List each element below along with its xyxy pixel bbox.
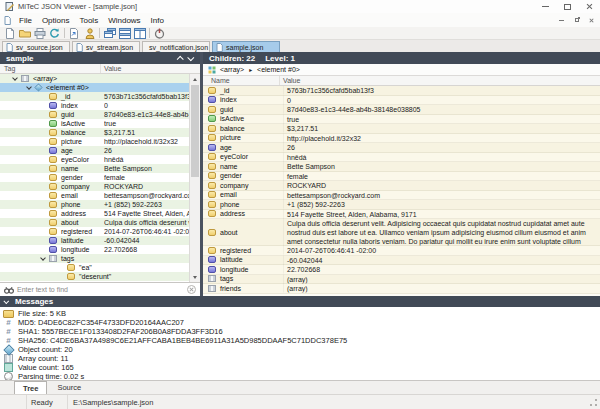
refresh-button[interactable] [47, 27, 62, 39]
tree-row[interactable]: "ea" [0, 263, 189, 272]
tree-row[interactable]: email bettesampson@rockyard.com [0, 191, 189, 200]
value-column-header[interactable]: Value [283, 77, 300, 84]
expander-icon[interactable] [10, 74, 21, 83]
expander-icon[interactable] [38, 236, 49, 245]
expand-all-button[interactable] [187, 54, 194, 61]
menu-item[interactable]: File [14, 16, 37, 25]
property-row[interactable]: index 0 [203, 96, 600, 106]
tree-row[interactable]: isActive true [0, 119, 189, 128]
expander-icon[interactable] [38, 146, 49, 155]
property-row[interactable]: eyeColor hnědá [203, 153, 600, 163]
property-row[interactable]: name Bette Sampson [203, 162, 600, 172]
tree-row[interactable]: registered 2014-07-26T06:46:41 -02:00 [0, 227, 189, 236]
tree-row[interactable]: _id 5763b71c356cfafd5bab13f3 [0, 92, 189, 101]
property-row[interactable]: latitude -60.042044 [203, 256, 600, 266]
expander-icon[interactable] [38, 191, 49, 200]
breadcrumb-current[interactable]: <element #0> [257, 66, 300, 73]
maximize-button[interactable] [561, 2, 573, 12]
value-column-header[interactable]: Value [104, 65, 121, 72]
mdi-minimize-button[interactable] [557, 16, 566, 24]
tag-column-header[interactable]: Tag [4, 65, 15, 72]
tree-row[interactable]: eyeColor hnědá [0, 155, 189, 164]
tree-row[interactable]: index 0 [0, 101, 189, 110]
validate-document-button[interactable] [67, 27, 82, 39]
menu-item[interactable]: Info [146, 16, 169, 25]
column-divider[interactable] [100, 64, 101, 73]
name-column-header[interactable]: Name [211, 77, 230, 84]
user-button[interactable] [82, 27, 97, 39]
property-row[interactable]: _id 5763b71c356cfafd5bab13f3 [203, 86, 600, 96]
property-row[interactable]: isActive true [203, 115, 600, 125]
document-tab[interactable]: sv_notification.json [142, 41, 210, 52]
exit-button[interactable] [152, 27, 167, 39]
messages-header[interactable]: Messages [0, 296, 600, 307]
property-row[interactable]: email bettesampson@rockyard.com [203, 191, 600, 201]
expander-icon[interactable] [38, 92, 49, 101]
property-row[interactable]: friends (array) [203, 284, 600, 294]
expander-icon[interactable] [38, 209, 49, 218]
tree-row[interactable]: <array> [0, 74, 189, 83]
tree-row[interactable]: "deserunt" [0, 272, 189, 281]
document-tab[interactable]: sv_source.json [2, 41, 70, 52]
property-row[interactable]: tags (array) [203, 275, 600, 285]
expander-icon[interactable] [38, 110, 49, 119]
expander-icon[interactable] [38, 155, 49, 164]
print-button[interactable] [32, 27, 47, 39]
document-tab[interactable]: sv_stream.json [72, 41, 140, 52]
tree-row[interactable]: phone +1 (852) 592-2263 [0, 200, 189, 209]
expander-icon[interactable] [56, 263, 67, 272]
property-row[interactable]: phone +1 (852) 592-2263 [203, 200, 600, 210]
property-row[interactable]: longitude 22.702668 [203, 265, 600, 275]
menu-item[interactable]: Windows [103, 16, 145, 25]
tree-row[interactable]: gender female [0, 173, 189, 182]
menu-item[interactable]: Tools [74, 16, 103, 25]
document-tab[interactable]: sample.json [212, 41, 280, 52]
property-row[interactable]: gender female [203, 172, 600, 182]
find-input[interactable] [17, 284, 184, 296]
minimize-button[interactable] [539, 2, 551, 12]
resize-grip[interactable] [589, 398, 598, 407]
tree-scrollbar[interactable] [189, 74, 200, 282]
expander-icon[interactable] [38, 218, 49, 227]
tree-row[interactable]: balance $3,217.51 [0, 128, 189, 137]
property-row[interactable]: picture http://placehold.it/32x32 [203, 134, 600, 144]
scroll-thumb[interactable] [191, 85, 199, 177]
expander-icon[interactable] [38, 173, 49, 182]
tree-row[interactable]: age 26 [0, 146, 189, 155]
new-file-button[interactable] [2, 27, 17, 39]
tree-row[interactable]: longitude 22.702668 [0, 245, 189, 254]
tree-row[interactable]: latitude -60.042044 [0, 236, 189, 245]
tree-row[interactable]: tags [0, 254, 189, 263]
view-tab[interactable]: Tree [14, 381, 47, 394]
property-row[interactable]: guid 87d40e83-e1c3-44e8-ab4b-38148e03880… [203, 105, 600, 115]
expander-icon[interactable] [38, 164, 49, 173]
cascade-windows-button[interactable] [102, 27, 117, 39]
property-row[interactable]: registered 2014-07-26T06:46:41 -02:00 [203, 246, 600, 256]
expander-icon[interactable] [38, 227, 49, 236]
property-row[interactable]: balance $3,217.51 [203, 124, 600, 134]
collapse-all-button[interactable] [177, 55, 184, 62]
expander-icon[interactable] [56, 272, 67, 281]
expander-icon[interactable] [38, 119, 49, 128]
clear-find-button[interactable] [187, 285, 196, 294]
breadcrumb-root[interactable]: <array> [220, 66, 244, 73]
expander-icon[interactable] [38, 200, 49, 209]
property-row[interactable]: age 26 [203, 143, 600, 153]
close-button[interactable] [583, 2, 595, 12]
collapse-messages-icon[interactable] [3, 298, 9, 304]
open-file-button[interactable] [17, 27, 32, 39]
expander-icon[interactable] [38, 101, 49, 110]
tree-row[interactable]: name Bette Sampson [0, 164, 189, 173]
expander-icon[interactable] [38, 245, 49, 254]
tree-row[interactable]: about Culpa duis officia deserunt veli… [0, 218, 189, 227]
tree-row[interactable]: address 514 Fayette Street, Alden, Ala… [0, 209, 189, 218]
menu-item[interactable]: Options [37, 16, 75, 25]
tree-row[interactable]: company ROCKYARD [0, 182, 189, 191]
expander-icon[interactable] [38, 254, 49, 263]
mdi-restore-button[interactable] [572, 16, 581, 24]
column-divider[interactable] [279, 76, 280, 85]
property-row[interactable]: about Culpa duis officia deserunt velit.… [203, 219, 600, 246]
tree-row[interactable]: <element #0> [0, 83, 189, 92]
property-row[interactable]: company ROCKYARD [203, 181, 600, 191]
tree-row[interactable]: picture http://placehold.it/32x32 [0, 137, 189, 146]
